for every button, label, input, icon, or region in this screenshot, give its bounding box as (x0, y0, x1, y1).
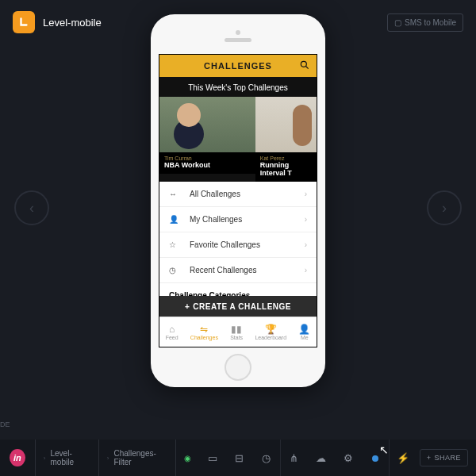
toolbar-status-dot[interactable] (362, 452, 389, 464)
tab-challenges[interactable]: ⇋ Challenges (190, 324, 218, 340)
prev-screen-button[interactable]: ‹ (14, 190, 49, 225)
tab-label: Stats (230, 335, 243, 340)
menu-item-label: Favorite Challenges (190, 240, 260, 249)
challenge-card-author: Tim Curran (164, 155, 251, 161)
menu-item-label: My Challenges (190, 215, 242, 224)
tab-label: Feed (166, 335, 178, 340)
invision-toolbar: in › Level-mobile › Challenges-Filter ◉ … (0, 440, 476, 476)
trophy-icon: 🏆 (265, 324, 277, 334)
challenge-card[interactable]: Kat Perez Running Interval T (255, 97, 317, 182)
app-logo[interactable] (13, 11, 35, 33)
device-frame: CHALLENGES This Week's Top Challenges Ti… (151, 14, 325, 387)
challenge-card-title: Running Interval T (260, 161, 312, 177)
chevron-right-icon: › (305, 190, 307, 198)
breadcrumb-project[interactable]: › Level-mobile (35, 440, 98, 476)
next-screen-button[interactable]: › (427, 190, 462, 225)
home-icon: ⌂ (169, 324, 175, 334)
challenge-card-author: Kat Perez (260, 155, 312, 161)
barbell-icon: ↔ (169, 190, 182, 198)
star-icon: ☆ (169, 240, 182, 249)
plus-icon: + (427, 454, 432, 462)
tab-me[interactable]: 👤 Me (298, 324, 310, 340)
device-earpiece (225, 38, 251, 42)
menu-item-label: Recent Challenges (190, 266, 257, 274)
tab-stats[interactable]: ▮▮ Stats (230, 324, 243, 340)
tab-bar: ⌂ Feed ⇋ Challenges ▮▮ Stats 🏆 Leaderboa… (159, 317, 317, 347)
menu-item-my[interactable]: 👤 My Challenges › (159, 207, 317, 232)
menu-item-recent[interactable]: ◷ Recent Challenges › (159, 258, 317, 283)
toolbar-history-icon[interactable]: ◷ (253, 452, 280, 464)
search-icon[interactable] (299, 60, 310, 74)
toolbar-comment-icon[interactable]: ⊟ (226, 452, 253, 464)
toolbar-share-icon[interactable]: ⋔ (281, 452, 308, 464)
device-screen: CHALLENGES This Week's Top Challenges Ti… (159, 54, 317, 347)
toolbar-screens-icon[interactable]: ▭ (199, 452, 226, 464)
chevron-right-icon: › (305, 240, 307, 249)
toolbar-settings-icon[interactable]: ⚙ (335, 452, 362, 464)
challenge-card-title: NBA Workout (164, 161, 251, 169)
sms-to-mobile-button[interactable]: ▢ SMS to Mobile (387, 13, 463, 32)
chevron-right-icon: › (305, 215, 307, 224)
tab-feed[interactable]: ⌂ Feed (166, 324, 178, 340)
phone-icon: ▢ (394, 18, 401, 27)
share-button[interactable]: + SHARE (420, 449, 468, 466)
menu-item-favorite[interactable]: ☆ Favorite Challenges › (159, 232, 317, 258)
tab-label: Leaderboard (255, 335, 286, 340)
toolbar-download-icon[interactable]: ☁ (308, 452, 335, 464)
mode-label: DE (0, 420, 10, 428)
create-challenge-button[interactable]: + CREATE A CHALLENGE (159, 296, 317, 317)
plus-icon: + (185, 302, 190, 311)
svg-point-0 (301, 61, 306, 67)
person-icon: 👤 (298, 324, 310, 334)
chevron-right-icon: › (305, 266, 307, 274)
app-title: Level-mobile (43, 17, 102, 29)
device-home-button[interactable] (225, 354, 251, 381)
menu-item-label: All Challenges (190, 190, 240, 198)
barbell-icon: ⇋ (200, 324, 208, 334)
menu-item-all[interactable]: ↔ All Challenges › (159, 182, 317, 207)
challenge-card-image (159, 97, 255, 152)
breadcrumb-label: Level-mobile (51, 449, 90, 466)
toolbar-flash-icon[interactable]: ⚡ (390, 452, 416, 464)
invision-logo[interactable]: in (10, 449, 25, 466)
tab-leaderboard[interactable]: 🏆 Leaderboard (255, 324, 286, 340)
challenge-card-image (255, 97, 317, 152)
tab-label: Me (301, 335, 309, 340)
eye-icon: ◉ (184, 454, 191, 463)
challenge-card[interactable]: Tim Curran NBA Workout (159, 97, 255, 182)
clock-icon: ◷ (169, 266, 182, 274)
person-icon: 👤 (169, 215, 182, 224)
screen-navbar: CHALLENGES (159, 55, 317, 77)
challenge-menu: ↔ All Challenges › 👤 My Challenges › ☆ F… (159, 182, 317, 283)
sms-label: SMS to Mobile (405, 18, 456, 27)
tab-label: Challenges (190, 335, 218, 340)
stats-icon: ▮▮ (231, 324, 242, 334)
top-challenges-heading: This Week's Top Challenges (159, 77, 317, 97)
screen-title: CHALLENGES (204, 61, 272, 71)
breadcrumb-screen[interactable]: › Challenges-Filter (98, 440, 175, 476)
device-camera (236, 30, 240, 35)
toolbar-preview-mode[interactable]: ◉ (175, 440, 199, 476)
chevron-right-icon: › (44, 455, 46, 462)
create-challenge-label: CREATE A CHALLENGE (193, 302, 291, 311)
breadcrumb-label: Challenges-Filter (113, 449, 167, 466)
share-button-label: SHARE (434, 454, 461, 462)
chevron-right-icon: › (107, 455, 109, 462)
